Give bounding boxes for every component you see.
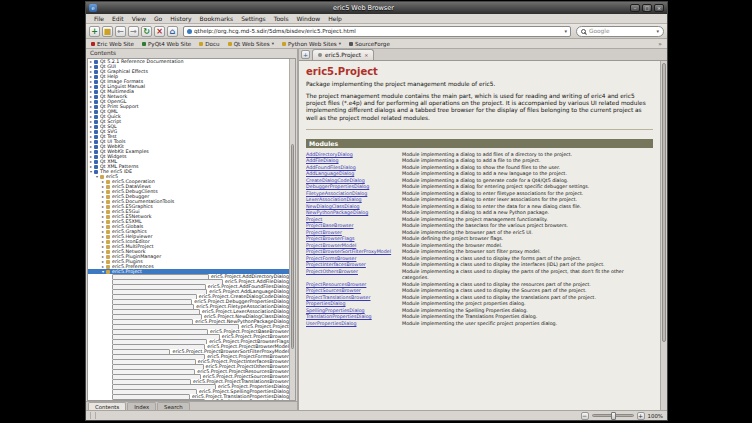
page-scrollbar[interactable] <box>660 61 667 410</box>
module-link-addfiledialog[interactable]: AddFileDialog <box>306 158 339 163</box>
home-icon[interactable]: ⌂ <box>167 26 178 37</box>
url-dropdown-icon[interactable]: ▾ <box>564 28 567 34</box>
module-link-projectbrowsersortfilterproxymodel[interactable]: ProjectBrowserSortFilterProxyModel <box>306 249 391 254</box>
menu-tools[interactable]: Tools <box>270 15 293 22</box>
open-file-icon[interactable]: ■ <box>102 26 113 37</box>
module-link-projectsourcesbrowser[interactable]: ProjectSourcesBrowser <box>306 288 361 293</box>
tab-close-icon[interactable]: × <box>364 52 368 58</box>
web-search-input[interactable]: Google ▾ <box>576 26 664 37</box>
url-text[interactable]: qthelp://org.hcg.md-5.sdir/5dms/bisdev/e… <box>194 28 562 34</box>
folder-icon <box>106 215 110 219</box>
sidebar-tab-index[interactable]: Index <box>127 402 156 410</box>
folder-icon <box>106 270 110 274</box>
menu-view[interactable]: View <box>128 15 150 22</box>
bookmark-pyqt4-web-site[interactable]: PyQt4 Web Site <box>142 41 191 47</box>
module-link-projecttranslationsbrowser[interactable]: ProjectTranslationsBrowser <box>306 295 371 300</box>
back-icon[interactable]: ← <box>115 26 126 37</box>
bookmark-docu[interactable]: Docu <box>199 41 219 47</box>
menu-help[interactable]: Help <box>324 15 346 22</box>
sidebar-tab-contents[interactable]: Contents <box>88 402 126 410</box>
menu-file[interactable]: File <box>90 15 108 22</box>
expander-open-icon[interactable]: ▾ <box>95 174 99 179</box>
module-link-projectformsbrowser[interactable]: ProjectFormsBrowser <box>306 256 356 261</box>
menu-bookmarks[interactable]: Bookmarks <box>196 15 238 22</box>
module-link-newdialogclassdialog[interactable]: NewDialogClassDialog <box>306 204 360 209</box>
contents-tree[interactable]: ▸Qt 5.2.1 Reference Documentation▸Qt GUI… <box>87 58 296 401</box>
menu-edit[interactable]: Edit <box>108 15 128 22</box>
status-bar: − + 100% <box>86 410 667 420</box>
bookmark-python-web-sites[interactable]: Python Web Sites▾ <box>282 41 341 47</box>
zoom-slider[interactable] <box>592 414 634 417</box>
menu-go[interactable]: Go <box>150 15 166 22</box>
menu-settings[interactable]: Settings <box>237 15 270 22</box>
module-link-spellingpropertiesdialog[interactable]: SpellingPropertiesDialog <box>306 308 365 313</box>
zoom-level-label: 100% <box>648 413 663 419</box>
module-link-newpythonpackagedialog[interactable]: NewPythonPackageDialog <box>306 210 368 215</box>
folder-icon <box>100 175 104 179</box>
bookmark-icon <box>142 42 146 46</box>
folder-icon <box>106 205 110 209</box>
book-icon <box>94 60 98 64</box>
zoom-out-button[interactable]: − <box>581 412 589 420</box>
tree-item-eric5-project-userpropertiesdialog[interactable]: eric5.Project.UserPropertiesDialog <box>88 399 289 400</box>
module-link-adddirectorydialog[interactable]: AddDirectoryDialog <box>306 152 353 157</box>
module-link-addfoundfilesdialog[interactable]: AddFoundFilesDialog <box>306 165 356 170</box>
module-link-projectbrowsermodel[interactable]: ProjectBrowserModel <box>306 243 356 248</box>
menu-window[interactable]: Window <box>293 15 325 22</box>
reload-icon[interactable]: ↻ <box>141 26 152 37</box>
bookmark-eric-web-site[interactable]: Eric Web Site <box>91 41 134 47</box>
module-link-propertiesdialog[interactable]: PropertiesDialog <box>306 301 346 306</box>
statusbar-separator <box>90 412 91 419</box>
statusbar-separator <box>95 412 96 419</box>
new-tab-icon[interactable]: + <box>89 26 100 37</box>
titlebar[interactable]: e eric5 Web Browser – □ × <box>86 2 667 14</box>
sidebar-tab-search[interactable]: Search <box>157 402 190 410</box>
module-link-userpropertiesdialog[interactable]: UserPropertiesDialog <box>306 321 356 326</box>
tree-scrollbar[interactable] <box>289 59 295 400</box>
content-area: + eric5.Project × eric5.Project Package … <box>299 49 667 410</box>
url-bar[interactable]: qthelp://org.hcg.md-5.sdir/5dms/bisdev/e… <box>183 26 571 37</box>
module-link-projectinterfacesbrowser[interactable]: ProjectInterfacesBrowser <box>306 262 366 267</box>
expander-open-icon[interactable]: ▾ <box>101 269 105 274</box>
bookmarks-overflow-icon[interactable]: » <box>658 40 662 47</box>
zoom-widget: − + 100% <box>581 412 663 420</box>
book-icon <box>94 100 98 104</box>
book-icon <box>94 95 98 99</box>
module-link-addlanguagedialog[interactable]: AddLanguageDialog <box>306 171 354 176</box>
stop-icon[interactable]: × <box>154 26 165 37</box>
menu-history[interactable]: History <box>166 15 195 22</box>
page-title: eric5.Project <box>306 66 653 77</box>
search-engine-label[interactable]: Google <box>589 28 653 34</box>
minimize-button[interactable]: – <box>630 4 640 12</box>
module-link-project[interactable]: Project <box>306 217 322 222</box>
module-link-createdialogcodedialog[interactable]: CreateDialogCodeDialog <box>306 178 365 183</box>
page-scrollbar-thumb[interactable] <box>662 63 666 342</box>
bookmarks-bar: Eric Web SitePyQt4 Web SiteDocuQt Web Si… <box>86 39 667 49</box>
module-link-projectbrowserflags[interactable]: ProjectBrowserFlags <box>306 236 354 241</box>
bookmark-icon <box>349 42 353 46</box>
page-description: The project management module contains t… <box>306 93 653 122</box>
book-icon <box>94 155 98 159</box>
tree-scrollbar-thumb[interactable] <box>291 144 294 349</box>
zoom-slider-handle[interactable] <box>611 412 616 420</box>
expander-open-icon[interactable]: ▾ <box>89 169 93 174</box>
close-button[interactable]: × <box>654 4 664 12</box>
module-link-lexerassociationdialog[interactable]: LexerAssociationDialog <box>306 197 362 202</box>
zoom-in-button[interactable]: + <box>637 412 645 420</box>
module-description-cell: Module implementing the user specific pr… <box>402 321 653 328</box>
module-link-projectbasebrowser[interactable]: ProjectBaseBrowser <box>306 223 354 228</box>
bookmark-qt-web-sites[interactable]: Qt Web Sites▾ <box>228 41 274 47</box>
search-dropdown-icon[interactable]: ▾ <box>656 28 659 34</box>
module-link-debuggerpropertiesdialog[interactable]: DebuggerPropertiesDialog <box>306 184 369 189</box>
tab-eric5-project[interactable]: eric5.Project × <box>312 49 374 60</box>
module-link-filetypeassociationdialog[interactable]: FiletypeAssociationDialog <box>306 191 367 196</box>
bookmark-sourceforge[interactable]: SourceForge <box>349 41 390 47</box>
maximize-button[interactable]: □ <box>642 4 652 12</box>
forward-icon[interactable]: → <box>128 26 139 37</box>
module-link-projectbrowser[interactable]: ProjectBrowser <box>306 230 342 235</box>
folder-icon <box>106 180 110 184</box>
module-link-projectresourcesbrowser[interactable]: ProjectResourcesBrowser <box>306 282 366 287</box>
module-link-projectothersbrowser[interactable]: ProjectOthersBrowser <box>306 269 358 274</box>
new-tab-button[interactable]: + <box>301 50 310 59</box>
module-link-translationpropertiesdialog[interactable]: TranslationPropertiesDialog <box>306 314 372 319</box>
